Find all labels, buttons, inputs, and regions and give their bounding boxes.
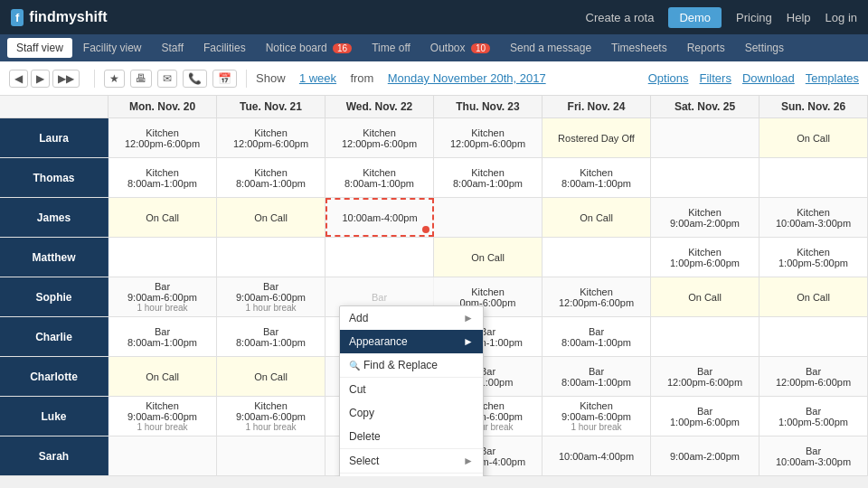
pricing-link[interactable]: Pricing	[736, 11, 772, 24]
shift-thomas-tue[interactable]: Kitchen8:00am-1:00pm	[217, 158, 326, 197]
shift-james-fri[interactable]: On Call	[542, 198, 651, 237]
shift-matthew-thu[interactable]: On Call	[434, 238, 542, 277]
print-button[interactable]: 🖶	[130, 70, 152, 88]
shift-charlie-sat[interactable]	[651, 317, 760, 356]
shift-james-mon[interactable]: On Call	[108, 198, 217, 237]
shift-laura-thu[interactable]: Kitchen12:00pm-6:00pm	[434, 118, 542, 157]
shift-sophie-mon[interactable]: Bar9:00am-6:00pm1 hour break	[108, 277, 217, 316]
shift-matthew-wed[interactable]	[326, 238, 434, 277]
menu-item-appearance[interactable]: Appearance ►	[340, 330, 483, 353]
nav-staff-view[interactable]: Staff view	[7, 38, 72, 58]
nav-facility-view[interactable]: Facility view	[74, 38, 151, 58]
shift-thomas-thu[interactable]: Kitchen8:00am-1:00pm	[434, 158, 542, 197]
star-button[interactable]: ★	[104, 70, 125, 88]
login-link[interactable]: Log in	[826, 11, 857, 24]
menu-item-add[interactable]: Add ►	[340, 306, 483, 330]
shift-matthew-mon[interactable]	[108, 238, 217, 277]
shift-laura-wed[interactable]: Kitchen12:00pm-6:00pm	[326, 118, 434, 157]
shift-laura-mon[interactable]: Kitchen12:00pm-6:00pm	[108, 118, 217, 157]
shift-james-sun[interactable]: Kitchen10:00am-3:00pm	[760, 198, 868, 237]
row-matthew: Matthew On Call Kitchen1:00pm-6:00pm Kit…	[0, 238, 868, 277]
shift-laura-fri[interactable]: Rostered Day Off	[542, 118, 651, 157]
shift-sarah-tue[interactable]	[217, 436, 326, 475]
nav-reports[interactable]: Reports	[678, 38, 734, 58]
employee-name-luke: Luke	[0, 397, 108, 436]
shift-laura-tue[interactable]: Kitchen12:00pm-6:00pm	[217, 118, 326, 157]
header-mon: Mon. Nov. 20	[108, 96, 217, 117]
nav-notice-board[interactable]: Notice board 16	[257, 38, 362, 58]
shift-charlie-tue[interactable]: Bar8:00am-1:00pm	[217, 317, 326, 356]
shift-thomas-sat[interactable]	[651, 158, 760, 197]
phone-button[interactable]: 📞	[183, 70, 207, 88]
demo-button[interactable]: Demo	[668, 7, 722, 28]
menu-item-copy[interactable]: Copy	[340, 401, 483, 425]
shift-sarah-mon[interactable]	[108, 436, 217, 475]
templates-link[interactable]: Templates	[806, 71, 859, 85]
download-link[interactable]: Download	[742, 71, 795, 85]
menu-item-select[interactable]: Select ►	[340, 449, 483, 473]
menu-delete-label: Delete	[349, 430, 381, 443]
menu-item-find-replace[interactable]: 🔍 Find & Replace	[340, 353, 483, 377]
shift-charlie-fri[interactable]: Bar8:00am-1:00pm	[542, 317, 651, 356]
shift-luke-sat[interactable]: Bar1:00pm-6:00pm	[651, 397, 760, 436]
nav-timesheets[interactable]: Timesheets	[602, 38, 676, 58]
shift-thomas-fri[interactable]: Kitchen8:00am-1:00pm	[542, 158, 651, 197]
shift-charlotte-sat[interactable]: Bar12:00pm-6:00pm	[651, 357, 760, 396]
shift-sarah-sun[interactable]: Bar10:00am-3:00pm	[760, 436, 868, 475]
date-selector[interactable]: Monday November 20th, 2017	[388, 71, 546, 85]
shift-thomas-mon[interactable]: Kitchen8:00am-1:00pm	[108, 158, 217, 197]
shift-matthew-sun[interactable]: Kitchen1:00pm-5:00pm	[760, 238, 868, 277]
shift-sophie-sun[interactable]: On Call	[760, 277, 868, 316]
shift-james-thu[interactable]	[434, 198, 542, 237]
week-selector[interactable]: 1 week	[299, 71, 336, 85]
menu-add-label: Add	[349, 312, 368, 324]
shift-luke-mon[interactable]: Kitchen9:00am-6:00pm1 hour break	[108, 397, 217, 436]
row-james: James On Call On Call 10:00am-4:00pm On …	[0, 198, 868, 238]
nav-outbox[interactable]: Outbox 10	[421, 38, 499, 58]
show-label: Show	[256, 71, 286, 85]
shift-james-sat[interactable]: Kitchen9:00am-2:00pm	[651, 198, 760, 237]
shift-sarah-fri[interactable]: 10:00am-4:00pm	[542, 436, 651, 475]
shift-thomas-sun[interactable]	[760, 158, 868, 197]
shift-sophie-tue[interactable]: Bar9:00am-6:00pm1 hour break	[217, 277, 326, 316]
shift-luke-sun[interactable]: Bar1:00pm-5:00pm	[760, 397, 868, 436]
options-link[interactable]: Options	[648, 71, 689, 85]
shift-charlotte-sun[interactable]: Bar12:00pm-6:00pm	[760, 357, 868, 396]
shift-james-wed[interactable]: 10:00am-4:00pm	[326, 198, 434, 237]
shift-sophie-fri[interactable]: Kitchen12:00pm-6:00pm	[542, 277, 651, 316]
shift-charlotte-tue[interactable]: On Call	[217, 357, 326, 396]
shift-sarah-sat[interactable]: 9:00am-2:00pm	[651, 436, 760, 475]
shift-james-tue[interactable]: On Call	[217, 198, 326, 237]
email-button[interactable]: ✉	[157, 70, 177, 88]
nav-settings[interactable]: Settings	[736, 38, 793, 58]
shift-charlotte-mon[interactable]: On Call	[108, 357, 217, 396]
shift-charlie-mon[interactable]: Bar8:00am-1:00pm	[108, 317, 217, 356]
shift-matthew-tue[interactable]	[217, 238, 326, 277]
help-link[interactable]: Help	[787, 11, 811, 24]
calendar-button[interactable]: 📅	[212, 70, 237, 88]
shift-laura-sun[interactable]: On Call	[760, 118, 868, 157]
menu-item-delete[interactable]: Delete	[340, 425, 483, 448]
nav-facilities[interactable]: Facilities	[194, 38, 255, 58]
next-button[interactable]: ▶	[31, 70, 50, 88]
shift-sophie-sat[interactable]: On Call	[651, 277, 760, 316]
create-rota-button[interactable]: Create a rota	[586, 11, 655, 24]
shift-thomas-wed[interactable]: Kitchen8:00am-1:00pm	[326, 158, 434, 197]
menu-item-publish[interactable]: Publish	[340, 474, 483, 476]
filters-link[interactable]: Filters	[700, 71, 731, 85]
today-button[interactable]: ▶▶	[52, 70, 80, 88]
menu-item-cut[interactable]: Cut	[340, 378, 483, 401]
shift-charlotte-fri[interactable]: Bar8:00am-1:00pm	[542, 357, 651, 396]
toolbar-divider-1	[94, 70, 95, 88]
shift-luke-tue[interactable]: Kitchen9:00am-6:00pm1 hour break	[217, 397, 326, 436]
shift-matthew-fri[interactable]	[542, 238, 651, 277]
prev-button[interactable]: ◀	[9, 70, 28, 88]
nav-time-off[interactable]: Time off	[363, 38, 420, 58]
shift-laura-sat[interactable]	[651, 118, 760, 157]
context-menu: Add ► Appearance ► 🔍 Find & Replace Cut …	[339, 305, 484, 476]
shift-luke-fri[interactable]: Kitchen9:00am-6:00pm1 hour break	[542, 397, 651, 436]
shift-matthew-sat[interactable]: Kitchen1:00pm-6:00pm	[651, 238, 760, 277]
nav-staff[interactable]: Staff	[153, 38, 193, 58]
nav-send-message[interactable]: Send a message	[501, 38, 600, 58]
shift-charlie-sun[interactable]	[760, 317, 868, 356]
